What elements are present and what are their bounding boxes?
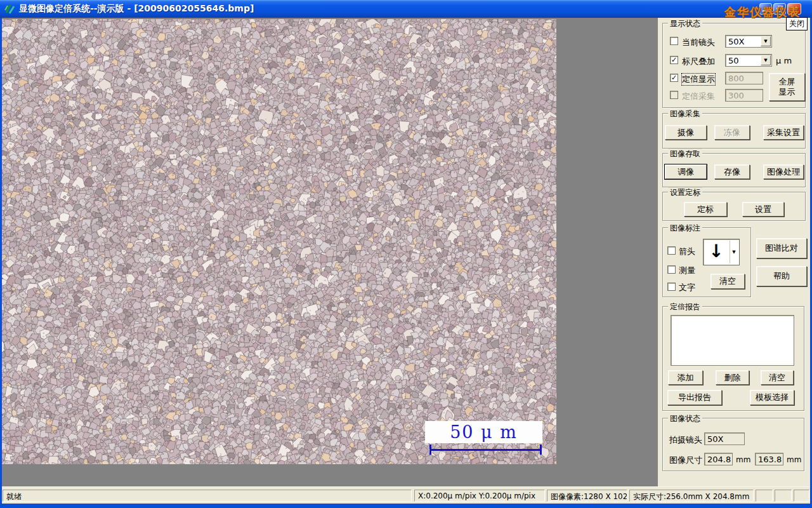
status-actual-size: 实际尺寸:256.0mm X 204.8mm: [629, 490, 754, 502]
scale-unit-label: μ m: [776, 56, 792, 65]
image-storage-title: 图像存取: [668, 149, 702, 159]
fixed-display-label: 定倍显示: [682, 74, 715, 85]
fixed-display-field: 800: [725, 72, 763, 84]
close-button[interactable]: ×: [787, 3, 801, 15]
image-viewer-area: 50 μ m: [2, 18, 658, 486]
scale-bar-label-box: 50 μ m: [425, 421, 542, 443]
calibrate-button[interactable]: 定标: [684, 202, 727, 217]
report-listbox[interactable]: [671, 315, 794, 366]
image-process-button[interactable]: 图像处理: [763, 164, 804, 179]
current-lens-checkbox[interactable]: [670, 37, 678, 45]
freeze-button: 冻像: [714, 125, 750, 140]
settings-button[interactable]: 设置: [742, 202, 784, 217]
image-capture-title: 图像采集: [668, 109, 702, 119]
fixed-capture-label: 定倍采集: [682, 91, 715, 102]
text-label: 文字: [679, 282, 695, 293]
image-status-title: 图像状态: [668, 413, 702, 424]
height-unit-label: mm: [787, 455, 801, 464]
status-bar: 就绪 X:0.200μ m/pix Y:0.200μ m/pix 图像像素:12…: [2, 486, 810, 504]
status-pane-empty-1: [756, 490, 773, 502]
text-checkbox[interactable]: [667, 283, 676, 291]
annotation-clear-button[interactable]: 清空: [710, 274, 745, 289]
arrow-label: 箭头: [679, 246, 695, 257]
display-status-title: 显示状态: [668, 18, 702, 29]
arrow-style-combo[interactable]: ↓ ▼: [703, 239, 740, 265]
load-image-button[interactable]: 调像: [665, 164, 707, 179]
report-add-button[interactable]: 添加: [668, 370, 703, 385]
status-image-pixels: 图像像素:1280 X 1024: [547, 490, 627, 502]
fixed-capture-field: 300: [725, 89, 763, 102]
status-pane-empty-2: [775, 490, 792, 502]
scale-bar-label: 50 μ m: [450, 422, 518, 442]
micrograph-image: [2, 19, 556, 464]
measure-checkbox[interactable]: [667, 265, 676, 274]
control-panel: 显示状态 当前镜头 50X ▼ ✓ 标尺叠加 50 ▼ μ m ✓ 定倍显示 8…: [658, 18, 810, 486]
lens-value-field[interactable]: 50X: [704, 432, 745, 445]
annotation-title: 图像标注: [668, 223, 702, 234]
report-title: 定倍报告: [668, 302, 702, 312]
template-select-button[interactable]: 模板选择: [750, 390, 794, 405]
calibration-title: 设置定标: [668, 187, 702, 198]
report-clear-button[interactable]: 清空: [761, 370, 794, 385]
down-arrow-icon: ↓: [707, 241, 725, 262]
fixed-display-checkbox[interactable]: ✓: [670, 74, 678, 82]
app-icon: [4, 3, 16, 15]
scale-bar-tick-right: [540, 444, 542, 455]
measure-label: 测量: [679, 265, 695, 276]
scale-bar-line: [429, 449, 542, 451]
save-image-button[interactable]: 存像: [714, 164, 750, 179]
export-report-button[interactable]: 导出报告: [667, 390, 722, 405]
status-pane-empty-3: [794, 490, 809, 502]
minimize-button[interactable]: [759, 3, 772, 15]
chevron-down-icon[interactable]: ▼: [761, 36, 771, 46]
scale-overlay-label: 标尺叠加: [682, 56, 715, 67]
fullscreen-button[interactable]: 全屏 显示: [769, 73, 805, 101]
close-tooltip: 关闭: [786, 17, 808, 30]
current-lens-label: 当前镜头: [682, 37, 715, 48]
close-icon: ×: [790, 4, 798, 14]
status-ready: 就绪: [3, 490, 412, 502]
minimize-icon: [763, 10, 768, 12]
scale-bar-tick-left: [429, 444, 431, 455]
lens-label: 拍摄镜头: [669, 434, 702, 446]
atlas-compare-button[interactable]: 图谱比对: [756, 238, 807, 258]
arrow-checkbox[interactable]: [667, 246, 676, 255]
title-bar[interactable]: 显微图像定倍系统--演示版 - [20090602055646.bmp] 金华仪…: [0, 0, 812, 18]
restore-button[interactable]: [773, 3, 786, 15]
help-button[interactable]: 帮助: [756, 266, 807, 286]
status-pixel-scale: X:0.200μ m/pix Y:0.200μ m/pix: [414, 490, 545, 502]
application-window: { "titlebar": { "title": "显微图像定倍系统--演示版 …: [0, 0, 812, 508]
scale-overlay-checkbox[interactable]: ✓: [670, 56, 678, 64]
fixed-capture-checkbox: [670, 91, 678, 99]
width-value-field[interactable]: 204.8: [704, 453, 733, 465]
window-title: 显微图像定倍系统--演示版 - [20090602055646.bmp]: [19, 3, 254, 15]
scale-overlay-combo[interactable]: 50 ▼: [725, 54, 772, 67]
report-delete-button[interactable]: 删除: [716, 370, 749, 385]
chevron-down-icon[interactable]: ▼: [761, 55, 771, 65]
capture-settings-button[interactable]: 采集设置: [763, 125, 804, 140]
chevron-down-icon[interactable]: ▼: [730, 241, 738, 264]
current-lens-combo[interactable]: 50X ▼: [725, 35, 772, 48]
height-value-field[interactable]: 163.8: [755, 453, 783, 465]
size-label: 图像尺寸: [669, 455, 702, 466]
capture-button[interactable]: 摄像: [665, 125, 707, 140]
width-unit-label: mm: [736, 455, 750, 464]
